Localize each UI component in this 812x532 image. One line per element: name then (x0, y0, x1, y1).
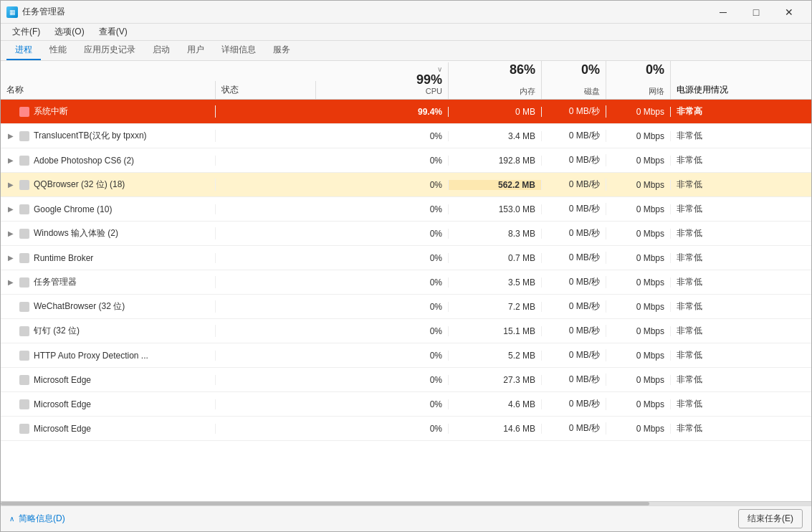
maximize-button[interactable]: □ (740, 1, 773, 24)
table-row[interactable]: ▶ WeChatBrowser (32 位) 0% 7.2 MB 0 MB/秒 … (1, 295, 811, 319)
expand-icon[interactable]: ▶ (6, 132, 15, 141)
expand-icon[interactable]: ▶ (6, 254, 15, 262)
window-controls: ─ □ ✕ (707, 1, 806, 24)
tab-processes[interactable]: 进程 (6, 41, 41, 60)
cell-net: 0 Mbps (606, 326, 671, 336)
chevron-up-icon: ∧ (9, 515, 14, 523)
cell-net: 0 Mbps (606, 204, 671, 214)
expand-icon[interactable]: ▶ (6, 229, 15, 238)
cell-name: ▶ Runtime Broker (1, 253, 216, 263)
cell-disk: 0 MB/秒 (542, 276, 606, 288)
tab-services[interactable]: 服务 (264, 41, 299, 60)
table-row[interactable]: ▶ TranslucentTB(汉化 by tpxxn) 0% 3.4 MB 0… (1, 124, 811, 148)
minimize-button[interactable]: ─ (707, 1, 740, 24)
summary-label: 简略信息(D) (19, 513, 65, 525)
expand-icon[interactable]: ▶ (6, 278, 15, 287)
tab-app-history[interactable]: 应用历史记录 (75, 41, 144, 60)
expand-icon[interactable]: ▶ (6, 181, 15, 189)
cell-mem: 3.4 MB (449, 131, 542, 141)
tab-startup[interactable]: 启动 (144, 41, 178, 60)
cell-cpu: 0% (316, 156, 449, 166)
cell-disk: 0 MB/秒 (542, 300, 606, 313)
cell-name: ▶ Adobe Photoshop CS6 (2) (1, 156, 216, 166)
cell-disk: 0 MB/秒 (542, 105, 606, 118)
expand-icon[interactable]: ▶ (6, 205, 15, 214)
process-icon (19, 156, 29, 166)
tab-details[interactable]: 详细信息 (213, 41, 264, 60)
cell-cpu: 0% (316, 424, 449, 434)
cell-name: ▶ 任务管理器 (1, 276, 216, 288)
process-icon (19, 399, 29, 409)
disk-label: 磁盘 (548, 86, 600, 96)
cell-mem: 7.2 MB (449, 302, 542, 312)
process-name: HTTP Auto Proxy Detection ... (34, 351, 148, 361)
table-row[interactable]: ▶ 任务管理器 0% 3.5 MB 0 MB/秒 0 Mbps 非常低 (1, 270, 811, 295)
col-header-mem[interactable]: 86% 内存 (449, 61, 542, 99)
cell-name: ▶ QQBrowser (32 位) (18) (1, 179, 216, 191)
cpu-label: CPU (426, 86, 442, 96)
summary-toggle[interactable]: ∧ 简略信息(D) (9, 513, 65, 525)
tab-users[interactable]: 用户 (178, 41, 213, 60)
cell-mem: 4.6 MB (449, 399, 542, 409)
mem-percent: 86% (454, 63, 535, 76)
process-name: WeChatBrowser (32 位) (34, 300, 125, 313)
table-row[interactable]: ▶ Microsoft Edge 0% 14.6 MB 0 MB/秒 0 Mbp… (1, 417, 811, 441)
col-header-status[interactable]: 状态 (216, 81, 316, 99)
table-row[interactable]: ▶ Adobe Photoshop CS6 (2) 0% 192.8 MB 0 … (1, 148, 811, 173)
menu-file[interactable]: 文件(F) (6, 24, 46, 39)
process-name: TranslucentTB(汉化 by tpxxn) (34, 130, 147, 142)
process-icon (19, 229, 29, 239)
col-header-disk[interactable]: 0% 磁盘 (542, 61, 606, 99)
cell-mem: 3.5 MB (449, 277, 542, 288)
process-icon (19, 107, 29, 117)
cell-net: 0 Mbps (606, 180, 671, 190)
cell-cpu: 0% (316, 131, 449, 141)
table-row[interactable]: ▶ Runtime Broker 0% 0.7 MB 0 MB/秒 0 Mbps… (1, 246, 811, 270)
col-header-cpu[interactable]: ∨ 99% CPU (316, 62, 449, 99)
process-icon (19, 326, 29, 336)
main-window: ▦ 任务管理器 ─ □ ✕ 文件(F) 选项(O) 查看(V) 进程 性能 应用… (0, 0, 812, 532)
process-name: Windows 输入体验 (2) (34, 227, 118, 239)
table-row[interactable]: ▶ Google Chrome (10) 0% 153.0 MB 0 MB/秒 … (1, 197, 811, 222)
cell-power: 非常低 (671, 422, 811, 434)
col-header-name[interactable]: 名称 (1, 81, 216, 99)
table-body[interactable]: ▶ 系统中断 99.4% 0 MB 0 MB/秒 0 Mbps 非常高 ▶ Tr… (1, 100, 811, 501)
tab-bar: 进程 性能 应用历史记录 启动 用户 详细信息 服务 (1, 41, 811, 61)
cell-disk: 0 MB/秒 (542, 179, 606, 191)
table-row[interactable]: ▶ Windows 输入体验 (2) 0% 8.3 MB 0 MB/秒 0 Mb… (1, 222, 811, 246)
process-name: 钉钉 (32 位) (34, 325, 80, 337)
cell-net: 0 Mbps (606, 156, 671, 166)
cell-mem: 562.2 MB (449, 180, 542, 190)
cell-net: 0 Mbps (606, 229, 671, 239)
table-row[interactable]: ▶ 钉钉 (32 位) 0% 15.1 MB 0 MB/秒 0 Mbps 非常低 (1, 319, 811, 343)
menu-options[interactable]: 选项(O) (49, 24, 90, 39)
cpu-sort-button[interactable]: ∨ 99% CPU (322, 65, 442, 96)
end-task-button[interactable]: 结束任务(E) (738, 509, 803, 528)
cell-power: 非常低 (671, 300, 811, 313)
cell-mem: 0.7 MB (449, 253, 542, 263)
tab-performance[interactable]: 性能 (41, 41, 75, 60)
power-label: 电源使用情况 (677, 85, 728, 95)
cell-disk: 0 MB/秒 (542, 349, 606, 361)
menu-view[interactable]: 查看(V) (93, 24, 133, 39)
cell-name: ▶ 系统中断 (1, 105, 216, 118)
app-icon: ▦ (6, 6, 18, 18)
cell-power: 非常低 (671, 154, 811, 166)
expand-icon[interactable]: ▶ (6, 156, 15, 165)
net-percent: 0% (612, 63, 664, 76)
table-row[interactable]: ▶ Microsoft Edge 0% 27.3 MB 0 MB/秒 0 Mbp… (1, 368, 811, 392)
table-row[interactable]: ▶ Microsoft Edge 0% 4.6 MB 0 MB/秒 0 Mbps… (1, 392, 811, 417)
cell-power: 非常低 (671, 179, 811, 191)
close-button[interactable]: ✕ (773, 1, 806, 24)
cell-name: ▶ Windows 输入体验 (2) (1, 227, 216, 239)
table-row[interactable]: ▶ 系统中断 99.4% 0 MB 0 MB/秒 0 Mbps 非常高 (1, 100, 811, 124)
menu-bar: 文件(F) 选项(O) 查看(V) (1, 24, 811, 41)
table-row[interactable]: ▶ QQBrowser (32 位) (18) 0% 562.2 MB 0 MB… (1, 173, 811, 197)
process-table: 名称 状态 ∨ 99% CPU 86% 内存 (1, 61, 811, 501)
col-header-net[interactable]: 0% 网络 (606, 61, 671, 99)
cell-disk: 0 MB/秒 (542, 325, 606, 337)
cell-power: 非常低 (671, 130, 811, 142)
col-header-power[interactable]: 电源使用情况 (671, 81, 811, 99)
table-row[interactable]: ▶ HTTP Auto Proxy Detection ... 0% 5.2 M… (1, 343, 811, 368)
cell-disk: 0 MB/秒 (542, 130, 606, 142)
